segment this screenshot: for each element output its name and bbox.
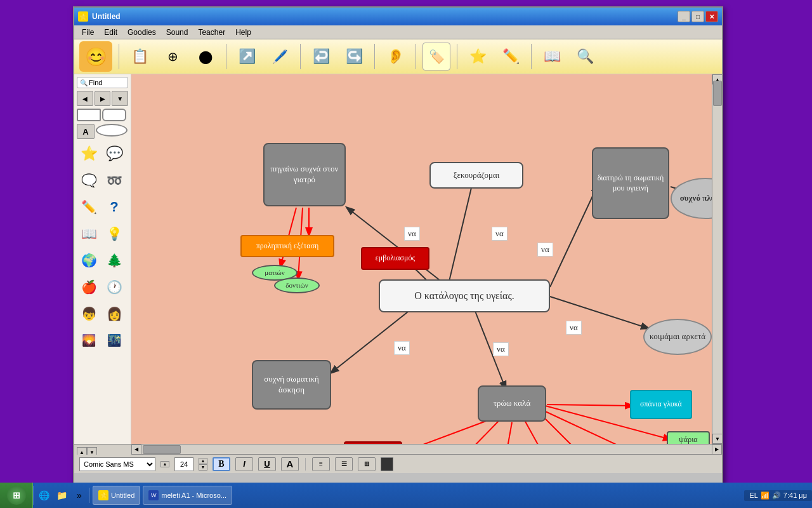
tree-tool[interactable]: 🌲 (102, 248, 126, 272)
corner-arrow-right[interactable]: ▼ (87, 447, 97, 455)
find-button[interactable]: 🔍 Find (77, 77, 128, 88)
align-left-button[interactable]: ≡ (312, 457, 330, 471)
text-tool[interactable]: A (77, 124, 95, 139)
start-button[interactable]: ⊞ (0, 483, 33, 508)
select-tool-icon[interactable]: 📋 (126, 43, 154, 70)
canvas-container: Ο κατάλογος της υγείας. πηγαίνω συχνά στ… (131, 74, 722, 444)
node-relax[interactable]: ξεκουράζομαι (429, 162, 523, 189)
eraser-tool-icon[interactable]: 🖊️ (266, 43, 294, 70)
larger-button[interactable]: A (281, 457, 299, 471)
node-sweets[interactable]: σπάνια γλυκά (630, 390, 692, 419)
oval-shape-tool[interactable] (96, 124, 128, 137)
label-tool-icon[interactable]: 🏷️ (422, 43, 450, 70)
star-tool[interactable]: ⭐ (77, 142, 101, 166)
left-sidebar: 🔍 Find ◀ ▶ ▼ A ⭐ 💬 🗨️ ➿ (74, 74, 131, 444)
underline-button[interactable]: U (258, 457, 276, 471)
horizontal-scrollbar[interactable]: ◀ ▶ (131, 444, 722, 454)
scroll-thumb-horizontal[interactable] (143, 445, 181, 454)
star-tool-icon[interactable]: ⭐ (464, 43, 492, 70)
scene1-tool[interactable]: 🌄 (77, 328, 101, 352)
node-dental[interactable]: δοντιών (274, 277, 320, 293)
taskbar-item-word[interactable]: W meleti A1 - Microsо... (143, 486, 232, 505)
rect-shape-tool[interactable] (77, 109, 101, 121)
node-wash[interactable]: συχνό πλύσιμο (671, 178, 712, 219)
dropdown-tool[interactable]: ▼ (112, 91, 128, 106)
node-topleft[interactable]: πηγαίνω συχνά στον γιατρό (263, 143, 346, 206)
font-size-control (174, 457, 193, 471)
scroll-down-arrow[interactable]: ▼ (712, 434, 723, 444)
book-sidebar-tool[interactable]: 📖 (77, 222, 101, 246)
corner-arrow-left[interactable]: ▲ (77, 447, 87, 455)
apple-tool[interactable]: 🍎 (77, 275, 101, 299)
color-swatch[interactable] (381, 457, 393, 471)
quick-launch-arrow[interactable]: » (72, 488, 87, 503)
person2-tool[interactable]: 👩 (102, 302, 126, 326)
menu-edit[interactable]: Edit (99, 27, 122, 38)
pen-tool-icon[interactable]: ✏️ (497, 43, 525, 70)
close-button[interactable]: ✕ (705, 11, 718, 22)
spin-up-button[interactable]: ▲ (160, 461, 169, 467)
search-tool-icon[interactable]: 🔍 (571, 43, 599, 70)
rounded-rect-shape-tool[interactable] (102, 109, 126, 121)
speech-bubble-round-tool[interactable]: 💬 (102, 142, 126, 166)
clock-tool[interactable]: 🕐 (102, 275, 126, 299)
menu-sound[interactable]: Sound (161, 27, 193, 38)
menu-teacher[interactable]: Teacher (193, 27, 230, 38)
find-magnifier-icon: 🔍 (80, 79, 88, 86)
node-vaccine[interactable]: εμβολιασμός (361, 247, 429, 270)
pencil-sidebar-tool[interactable]: ✏️ (77, 195, 101, 219)
forward-arrow-tool[interactable]: ▶ (95, 91, 111, 106)
undo-tool-icon[interactable]: ↩️ (307, 43, 335, 70)
person1-tool[interactable]: 👦 (77, 302, 101, 326)
taskbar-item-untitled[interactable]: 🌟 Untitled (93, 486, 140, 505)
quick-launch: 🌐 📁 » (34, 488, 90, 503)
scroll-right-arrow[interactable]: ▶ (712, 444, 722, 455)
face-tool-icon[interactable]: 😊 (79, 41, 112, 72)
ear-tool-icon[interactable]: 👂 (381, 43, 409, 70)
size-down-button[interactable]: ▼ (199, 464, 207, 471)
question-tool[interactable]: ? (102, 195, 126, 219)
node-sweets-label: σπάνια γλυκά (640, 399, 682, 410)
node-exercise[interactable]: συχνή σωματική άσκηση (252, 360, 331, 410)
node-sleep[interactable]: κοιμάμαι αρκετά (643, 319, 712, 355)
table-button[interactable]: ⊞ (358, 457, 376, 471)
menu-goodies[interactable]: Goodies (122, 27, 161, 38)
scene2-tool[interactable]: 🌃 (102, 328, 126, 352)
canvas[interactable]: Ο κατάλογος της υγείας. πηγαίνω συχνά στ… (131, 74, 712, 444)
node-glasses-label: ματιών (265, 268, 284, 277)
scroll-thumb-vertical[interactable] (713, 81, 722, 106)
redo-tool-icon[interactable]: ↪️ (340, 43, 368, 70)
bulb-tool[interactable]: 💡 (102, 222, 126, 246)
speech-rect-tool[interactable]: 🗨️ (77, 168, 101, 192)
node-center[interactable]: Ο κατάλογος της υγείας. (379, 279, 550, 312)
vertical-scrollbar[interactable]: ▲ ▼ (712, 74, 722, 444)
quick-launch-folder[interactable]: 📁 (54, 488, 69, 503)
maximize-button[interactable]: □ (691, 11, 704, 22)
bold-button[interactable]: B (213, 457, 230, 471)
node-breakfast[interactable]: καλό πρωινό (344, 441, 402, 444)
circle-tool-icon[interactable]: ⬤ (192, 43, 219, 70)
menu-file[interactable]: File (77, 27, 99, 38)
minimize-button[interactable]: _ (678, 11, 690, 22)
toolbar-separator-6 (457, 44, 457, 69)
align-center-button[interactable]: ☰ (335, 457, 353, 471)
scene-row: 🌄 🌃 (77, 328, 128, 352)
scroll-left-arrow[interactable]: ◀ (131, 444, 141, 455)
connect-tool-icon[interactable]: ⊕ (159, 43, 187, 70)
node-prevention[interactable]: προληπτική εξέταση (240, 235, 334, 257)
font-selector[interactable]: Comic Sans MS (79, 457, 155, 471)
quick-launch-ie[interactable]: 🌐 (36, 488, 51, 503)
back-arrow-tool[interactable]: ◀ (77, 91, 93, 106)
globe-tool[interactable]: 🌍 (77, 248, 101, 272)
book-tool-icon[interactable]: 📖 (538, 43, 566, 70)
italic-button[interactable]: I (235, 457, 253, 471)
font-size-input[interactable] (174, 457, 193, 471)
node-fish[interactable]: ψάρια (667, 431, 710, 444)
size-up-button[interactable]: ▲ (199, 458, 207, 464)
node-eat[interactable]: τρώω καλά (478, 385, 546, 422)
connector-tool[interactable]: ➿ (102, 168, 126, 192)
node-sleep-label: κοιμάμαι αρκετά (650, 331, 705, 342)
arrow-tool-icon[interactable]: ↗️ (233, 43, 261, 70)
menu-help[interactable]: Help (230, 27, 256, 38)
node-maintain[interactable]: διατηρώ τη σωματική μου υγιεινή (592, 147, 669, 219)
